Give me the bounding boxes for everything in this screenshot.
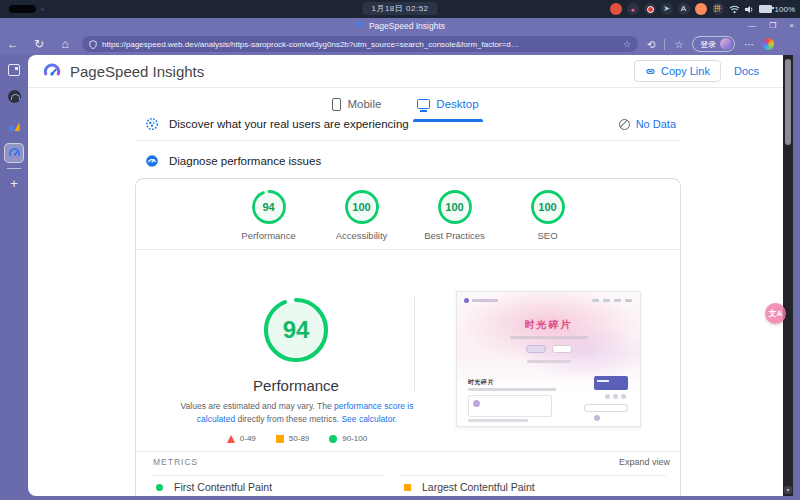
plus-icon: + bbox=[10, 177, 18, 190]
score-performance[interactable]: 94 Performance bbox=[237, 189, 301, 241]
scrollbar-thumb[interactable] bbox=[785, 59, 791, 145]
sign-in-label: 登录 bbox=[700, 39, 716, 50]
legend-range: 50-89 bbox=[289, 434, 309, 443]
tab-mobile-label: Mobile bbox=[347, 98, 381, 110]
tray-app-icon-6[interactable] bbox=[695, 3, 707, 15]
translate-fab[interactable]: 文A bbox=[765, 303, 786, 324]
link-icon bbox=[645, 66, 656, 77]
score-label: Accessibility bbox=[336, 230, 388, 241]
scroll-down-button[interactable]: ▾ bbox=[784, 486, 792, 494]
bookmark-star-icon[interactable]: ☆ bbox=[623, 39, 631, 49]
lab-data-title: Diagnose performance issues bbox=[169, 155, 321, 167]
metrics-divider bbox=[136, 451, 680, 452]
field-data-section: Discover what your real users are experi… bbox=[28, 112, 783, 136]
preview-text-bar bbox=[468, 388, 556, 391]
preview-sidebar-widget bbox=[594, 376, 628, 390]
new-tab-button[interactable]: + bbox=[0, 177, 28, 190]
home-icon[interactable]: ⌂ bbox=[52, 38, 78, 50]
sidebar-tab-analytics[interactable] bbox=[0, 119, 28, 132]
url-text[interactable]: https://pagespeed.web.dev/analysis/https… bbox=[102, 40, 618, 49]
page-title: PageSpeed Insights bbox=[70, 63, 204, 80]
overflow-menu-icon[interactable]: ⋯ bbox=[744, 39, 754, 50]
browser-logo-icon[interactable] bbox=[762, 38, 774, 50]
score-value: 94 bbox=[251, 189, 287, 225]
preview-section-heading: 时光碎片 bbox=[468, 378, 494, 387]
performance-gauge-label: Performance bbox=[156, 377, 436, 394]
preview-nav-links bbox=[592, 299, 632, 302]
average-square-icon bbox=[404, 484, 411, 491]
average-square-icon bbox=[276, 435, 284, 443]
page-screenshot-preview[interactable]: 时光碎片 时光碎片 bbox=[456, 291, 641, 427]
metrics-heading: METRICS bbox=[153, 457, 198, 467]
collections-star-icon[interactable]: ☆ bbox=[674, 39, 683, 50]
metric-fcp: First Contentful Paint 0.3 bbox=[156, 481, 272, 496]
legend-range: 0-49 bbox=[240, 434, 256, 443]
tray-app-icon-5[interactable]: A bbox=[678, 3, 690, 15]
vertical-scrollbar[interactable]: ▾ bbox=[783, 55, 793, 496]
tray-telegram-icon[interactable]: ➤ bbox=[661, 3, 673, 15]
expand-view-button[interactable]: Expand view bbox=[619, 457, 670, 467]
metric-divider-left bbox=[152, 475, 384, 476]
tray-app-icon-1[interactable] bbox=[610, 3, 622, 15]
lab-data-section: Diagnose performance issues bbox=[28, 150, 783, 172]
site-security-icon[interactable] bbox=[89, 40, 97, 49]
score-label: SEO bbox=[537, 230, 557, 241]
wifi-icon[interactable] bbox=[729, 5, 740, 14]
no-data-label: No Data bbox=[636, 118, 676, 130]
vertical-divider bbox=[414, 297, 415, 391]
browser-toolbar: ← ↻ ⌂ https://pagespeed.web.dev/analysis… bbox=[0, 33, 800, 55]
translate-extension-icon[interactable]: ⟲ bbox=[647, 39, 655, 50]
no-data-badge[interactable]: No Data bbox=[619, 118, 676, 130]
preview-site-name-bar bbox=[472, 299, 498, 302]
score-disclaimer: Values are estimated and may vary. The p… bbox=[174, 400, 420, 426]
disclaimer-text: Values are estimated and may vary. The bbox=[181, 401, 335, 411]
pass-circle-icon bbox=[329, 435, 337, 443]
score-value: 100 bbox=[437, 189, 473, 225]
see-calculator-link[interactable]: See calculator. bbox=[341, 414, 397, 424]
no-data-icon bbox=[619, 119, 630, 130]
preview-avatar bbox=[594, 415, 600, 421]
system-bar: 1月18日 02:52 ● ➤ A 拼 100% bbox=[0, 0, 800, 18]
legend-fail: 0-49 bbox=[227, 434, 256, 443]
battery-percent: 100% bbox=[775, 5, 795, 14]
translate-icon: 文A bbox=[769, 308, 783, 319]
tray-app-icon-2[interactable]: ● bbox=[627, 3, 639, 15]
fail-triangle-icon bbox=[227, 435, 235, 443]
sign-in-button[interactable]: 登录 bbox=[692, 36, 735, 52]
close-icon[interactable]: × bbox=[789, 21, 794, 30]
mobile-icon bbox=[332, 98, 341, 111]
restore-icon[interactable]: ❒ bbox=[769, 21, 776, 30]
reload-icon[interactable]: ↻ bbox=[26, 38, 52, 50]
diagnose-gauge-icon bbox=[145, 154, 159, 168]
input-method-icon[interactable]: 拼 bbox=[712, 3, 724, 15]
docs-link[interactable]: Docs bbox=[734, 65, 759, 77]
card-divider bbox=[136, 249, 680, 250]
sidebar-tab-1[interactable] bbox=[0, 90, 28, 103]
address-bar[interactable]: https://pagespeed.web.dev/analysis/https… bbox=[82, 36, 638, 52]
copy-link-button[interactable]: Copy Link bbox=[634, 60, 721, 82]
volume-icon[interactable] bbox=[745, 5, 754, 14]
score-best-practices[interactable]: 100 Best Practices bbox=[423, 189, 487, 241]
performance-gauge[interactable]: 94 bbox=[263, 297, 329, 363]
minimize-icon[interactable]: — bbox=[748, 21, 756, 30]
pagespeed-favicon bbox=[355, 21, 364, 30]
back-icon[interactable]: ← bbox=[0, 38, 26, 50]
window-title: PageSpeed Insights bbox=[369, 21, 445, 31]
system-clock[interactable]: 1月18日 02:52 bbox=[362, 2, 437, 15]
score-accessibility[interactable]: 100 Accessibility bbox=[330, 189, 394, 241]
metric-name: First Contentful Paint bbox=[174, 481, 272, 493]
sidebar-divider bbox=[7, 168, 21, 169]
page-content: PageSpeed Insights Copy Link Docs Mobile… bbox=[28, 55, 783, 496]
metric-divider-right bbox=[399, 475, 666, 476]
system-tray: ● ➤ A 拼 100% bbox=[610, 0, 795, 18]
sidebar-tab-overview[interactable] bbox=[0, 64, 28, 76]
preview-text-bar bbox=[468, 419, 528, 422]
metric-lcp: Largest Contentful Paint 1.2 bbox=[404, 481, 535, 496]
category-scores: 94 Performance 100 Accessibility 100 bbox=[136, 189, 680, 241]
preview-subtitle-bar bbox=[510, 336, 588, 339]
sidebar-tab-pagespeed-active[interactable] bbox=[4, 143, 24, 163]
window-title-bar[interactable]: PageSpeed Insights bbox=[0, 18, 800, 33]
tray-app-icon-3[interactable] bbox=[644, 3, 656, 15]
score-seo[interactable]: 100 SEO bbox=[516, 189, 580, 241]
profile-avatar bbox=[720, 38, 732, 50]
